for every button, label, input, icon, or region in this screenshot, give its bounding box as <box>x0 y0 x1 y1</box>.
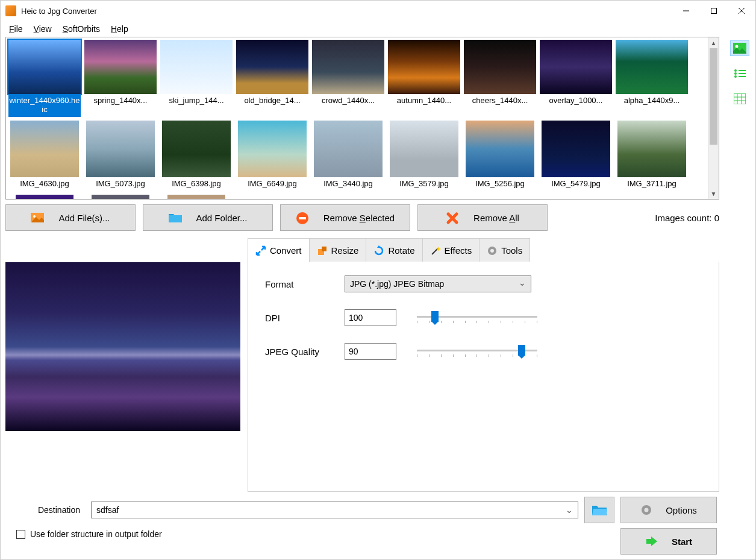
thumbnail-label: IMG_5073.jpg <box>95 178 146 191</box>
picture-icon <box>733 43 746 54</box>
thumbnail-label: cheers_1440x... <box>472 95 529 108</box>
thumbnail-gallery: winter_1440x960.heicspring_1440x...ski_j… <box>5 37 719 200</box>
gallery-scrollbar[interactable]: ▲ ▼ <box>708 37 719 199</box>
thumbnail-image <box>390 121 458 177</box>
preview-panel <box>5 238 240 492</box>
thumbnail-label: ski_jump_144... <box>168 95 224 108</box>
thumbnail-label: overlay_1000... <box>549 95 604 108</box>
thumbnail-image <box>314 121 383 177</box>
view-thumbnails-button[interactable] <box>730 40 749 56</box>
menu-view[interactable]: View <box>29 22 57 36</box>
thumbnail[interactable]: IMG_5479.jpg <box>540 121 612 191</box>
thumbnail[interactable]: IMG_4630.jpg <box>8 121 81 191</box>
svg-point-17 <box>734 69 737 72</box>
quality-slider[interactable] <box>417 344 537 359</box>
svg-point-12 <box>490 249 494 253</box>
thumbnail[interactable]: spring_1440x... <box>84 40 157 117</box>
thumbnail[interactable]: ski_jump_144... <box>160 40 233 117</box>
thumbnail[interactable] <box>160 195 233 199</box>
thumbnail-image <box>616 40 688 94</box>
preview-image <box>5 262 240 431</box>
thumbnail-image <box>540 40 612 94</box>
scroll-up-icon[interactable]: ▲ <box>708 37 719 48</box>
dpi-slider[interactable] <box>417 310 537 326</box>
thumbnail[interactable] <box>8 195 81 199</box>
dpi-input[interactable] <box>345 309 396 326</box>
add-folder-button[interactable]: Add Folder... <box>143 204 273 231</box>
tab-tools[interactable]: Tools <box>479 238 530 262</box>
thumbnail[interactable]: IMG_3440.jpg <box>312 121 384 191</box>
scroll-thumb[interactable] <box>710 48 717 145</box>
browse-destination-button[interactable] <box>584 497 614 523</box>
thumbnail[interactable]: IMG_5256.jpg <box>464 121 536 191</box>
folder-open-icon <box>592 503 607 517</box>
svg-point-21 <box>734 75 737 78</box>
thumbnail-label: IMG_5256.jpg <box>475 178 525 191</box>
view-mode-strip <box>724 37 755 557</box>
thumbnail[interactable]: alpha_1440x9... <box>616 40 688 117</box>
quality-input[interactable] <box>345 343 396 360</box>
slider-knob[interactable] <box>518 345 525 356</box>
format-select[interactable]: JPG (*.jpg) JPEG Bitmap <box>345 275 531 292</box>
thumbnail[interactable]: IMG_6649.jpg <box>236 121 308 191</box>
destination-input[interactable]: sdfsaf <box>91 502 578 518</box>
resize-icon <box>317 245 328 256</box>
view-list-button[interactable] <box>730 66 749 81</box>
folder-icon <box>168 212 181 224</box>
svg-rect-23 <box>734 93 746 104</box>
menu-help[interactable]: Help <box>106 22 133 36</box>
options-button[interactable]: Options <box>620 497 717 523</box>
thumbnail[interactable]: winter_1440x960.heic <box>8 40 81 117</box>
wand-icon <box>430 245 441 256</box>
close-button[interactable] <box>728 2 755 20</box>
grid-icon <box>734 93 746 104</box>
view-details-button[interactable] <box>730 91 749 107</box>
svg-rect-1 <box>711 8 717 14</box>
menu-softorbits[interactable]: SoftOrbits <box>58 22 105 36</box>
tab-rotate[interactable]: Rotate <box>366 238 422 262</box>
folder-structure-checkbox[interactable] <box>16 530 25 539</box>
thumbnail-image <box>86 121 155 177</box>
minimize-button[interactable] <box>672 2 700 20</box>
thumbnail[interactable]: crowd_1440x... <box>312 40 384 117</box>
thumbnail[interactable]: IMG_5073.jpg <box>84 121 157 191</box>
remove-all-button[interactable]: Remove All <box>417 204 548 231</box>
thumbnail-image <box>8 40 81 94</box>
thumbnail[interactable]: IMG_3579.jpg <box>388 121 460 191</box>
add-files-button[interactable]: Add File(s)... <box>5 204 136 231</box>
add-files-label: Add File(s)... <box>58 213 110 223</box>
svg-rect-22 <box>739 76 746 77</box>
thumbnail-label: IMG_6649.jpg <box>247 178 298 191</box>
slider-knob[interactable] <box>431 311 439 322</box>
thumbnail-image <box>236 40 308 94</box>
svg-rect-18 <box>739 70 746 71</box>
remove-selected-button[interactable]: Remove Selected <box>280 204 410 231</box>
thumbnail-label: alpha_1440x9... <box>623 95 681 108</box>
thumbnail[interactable]: IMG_3711.jpg <box>616 121 688 191</box>
titlebar: Heic to Jpg Converter <box>1 1 755 21</box>
svg-rect-7 <box>299 217 306 219</box>
thumbnail[interactable]: autumn_1440... <box>388 40 460 117</box>
thumbnail[interactable]: cheers_1440x... <box>464 40 536 117</box>
add-folder-label: Add Folder... <box>196 213 247 223</box>
menu-file[interactable]: File <box>4 22 28 36</box>
scroll-down-icon[interactable]: ▼ <box>708 188 719 199</box>
thumbnail[interactable]: overlay_1000... <box>540 40 612 117</box>
thumbnail-image <box>542 121 610 177</box>
thumbnail[interactable]: old_bridge_14... <box>236 40 308 117</box>
tab-convert[interactable]: Convert <box>248 238 310 262</box>
image-icon <box>31 212 44 224</box>
thumbnail[interactable] <box>84 195 157 199</box>
convert-icon <box>255 245 266 256</box>
delete-icon <box>446 212 459 224</box>
thumbnail-label: autumn_1440... <box>396 95 452 108</box>
start-button[interactable]: Start <box>620 528 717 555</box>
thumbnail-image <box>10 121 79 177</box>
tab-effects[interactable]: Effects <box>422 238 480 262</box>
thumbnail[interactable]: IMG_6398.jpg <box>160 121 233 191</box>
maximize-button[interactable] <box>700 2 728 20</box>
app-icon <box>5 5 16 16</box>
tab-resize[interactable]: Resize <box>309 238 367 262</box>
svg-point-5 <box>33 215 36 218</box>
thumbnail-image <box>312 40 384 94</box>
